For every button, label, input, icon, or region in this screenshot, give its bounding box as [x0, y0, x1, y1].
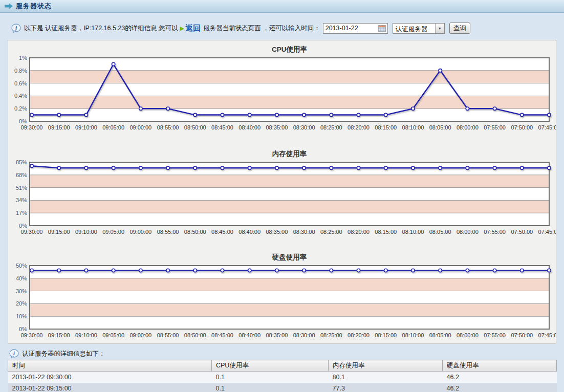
plot-band	[30, 303, 549, 316]
data-point	[193, 166, 197, 169]
data-point	[57, 113, 60, 116]
plot-band	[30, 200, 549, 213]
chart-title: CPU使用率	[272, 46, 308, 53]
data-point	[112, 62, 115, 66]
table-cell: 46.2	[443, 372, 557, 383]
x-axis-tick-label: 08:05:00	[429, 124, 451, 130]
x-axis-tick-label: 08:55:00	[157, 229, 179, 235]
y-axis-tick-label: 0.6%	[14, 80, 27, 86]
data-point	[166, 166, 169, 169]
data-point	[548, 269, 551, 272]
x-axis-tick-label: 08:50:00	[184, 229, 206, 235]
x-axis-tick-label: 08:15:00	[375, 229, 397, 235]
x-axis-tick-label: 09:15:00	[48, 332, 70, 338]
x-axis-tick-label: 08:30:00	[293, 124, 315, 130]
y-axis-tick-label: 30%	[16, 288, 27, 294]
x-axis-tick-label: 08:55:00	[157, 332, 179, 338]
table-cell: 2013-01-22 09:15:00	[8, 383, 212, 392]
data-point	[139, 166, 142, 169]
data-point	[411, 107, 415, 110]
data-point	[466, 269, 469, 272]
col-header-cpu: CPU使用率	[212, 360, 329, 372]
data-point	[548, 113, 551, 116]
x-axis-tick-label: 08:30:00	[293, 332, 315, 338]
data-point	[384, 113, 387, 116]
plot-band	[30, 291, 549, 304]
x-axis-tick-label: 08:25:00	[320, 124, 342, 130]
data-point	[466, 107, 469, 110]
x-axis-tick-label: 08:10:00	[402, 124, 424, 130]
data-point	[221, 166, 224, 169]
table-cell: 0.1	[212, 372, 329, 383]
x-axis-tick-label: 08:50:00	[184, 332, 206, 338]
x-axis-tick-label: 08:15:00	[375, 332, 397, 338]
data-point	[221, 269, 224, 272]
data-point	[248, 166, 251, 169]
page-title: 服务器状态	[16, 2, 52, 11]
col-header-memory: 内存使用率	[329, 360, 443, 372]
x-axis-tick-label: 08:40:00	[238, 332, 261, 338]
x-axis-tick-label: 09:00:00	[129, 332, 151, 338]
table-cell: 77.3	[329, 383, 443, 392]
data-point	[139, 269, 142, 272]
x-axis-tick-label: 09:30:00	[21, 229, 43, 235]
data-point	[330, 113, 333, 116]
chevron-down-icon[interactable]: ▼	[435, 24, 444, 33]
details-table: 时间 CPU使用率 内存使用率 硬盘使用率 2013-01-22 09:30:0…	[8, 360, 557, 392]
usage-chart-svg: 硬盘使用率50%40%30%20%10%0%09:30:0009:15:0009…	[8, 251, 556, 342]
back-link[interactable]: 返回	[185, 24, 201, 33]
table-row: 2013-01-22 09:30:000.180.146.2	[8, 372, 557, 383]
info-icon: i	[11, 24, 21, 33]
details-heading-text: 认证服务器的详细信息如下：	[22, 350, 105, 358]
data-point	[330, 166, 333, 169]
data-point	[520, 166, 524, 169]
data-point	[193, 113, 197, 116]
calendar-icon[interactable]	[378, 25, 386, 32]
usage-chart-svg: 内存使用率85%68%51%34%17%0%09:30:0009:15:0009…	[8, 148, 556, 239]
x-axis-tick-label: 08:10:00	[402, 332, 424, 338]
x-axis-tick-label: 08:40:00	[238, 229, 261, 235]
data-point	[302, 113, 306, 116]
x-axis-tick-label: 09:10:00	[75, 229, 97, 235]
x-axis-tick-label: 09:30:00	[21, 332, 43, 338]
x-axis-tick-label: 09:00:00	[129, 124, 151, 130]
x-axis-tick-label: 08:20:00	[348, 124, 370, 130]
x-axis-tick-label: 08:10:00	[402, 229, 424, 235]
date-input[interactable]	[326, 25, 378, 32]
x-axis-tick-label: 08:00:00	[457, 124, 479, 130]
query-button[interactable]: 查询	[449, 23, 470, 34]
server-select[interactable]: 认证服务器 ▼	[393, 23, 445, 34]
data-point	[84, 269, 88, 272]
table-row: 2013-01-22 09:15:000.177.346.2	[8, 383, 557, 392]
play-triangle-icon: ▶	[180, 25, 184, 32]
arrow-right-icon	[5, 3, 13, 9]
chart-title: 硬盘使用率	[272, 253, 307, 261]
data-point	[520, 113, 524, 116]
x-axis-tick-label: 08:20:00	[348, 229, 370, 235]
plot-band	[30, 58, 549, 71]
data-point	[439, 166, 442, 169]
data-point	[493, 166, 496, 169]
info-text-prefix: 以下是 认证服务器，IP:172.16.5.23的详细信息 您可以	[24, 24, 178, 33]
charts-panel: CPU使用率1%0.8%0.6%0.4%0.2%0%09:30:0009:15:…	[8, 40, 556, 344]
table-cell: 80.1	[329, 372, 443, 383]
data-point	[30, 269, 33, 272]
usage-chart-svg: CPU使用率1%0.8%0.6%0.4%0.2%0%09:30:0009:15:…	[8, 43, 556, 135]
x-axis-tick-label: 09:05:00	[102, 332, 124, 338]
x-axis-tick-label: 08:05:00	[429, 332, 451, 338]
x-axis-tick-label: 08:40:00	[238, 124, 261, 130]
x-axis-tick-label: 08:45:00	[211, 229, 233, 235]
y-axis-tick-label: 20%	[16, 300, 27, 307]
data-point	[330, 269, 333, 272]
x-axis-tick-label: 09:10:00	[75, 332, 97, 338]
y-axis-tick-label: 51%	[16, 185, 27, 191]
x-axis-tick-label: 08:30:00	[293, 229, 315, 235]
y-axis-tick-label: 50%	[16, 263, 27, 269]
table-cell: 0.1	[212, 383, 329, 392]
info-icon: i	[9, 349, 19, 359]
data-point	[248, 113, 251, 116]
plot-band	[30, 71, 549, 83]
data-point	[357, 269, 360, 272]
x-axis-tick-label: 07:45:00	[538, 332, 556, 338]
x-axis-tick-label: 07:50:00	[511, 229, 533, 235]
